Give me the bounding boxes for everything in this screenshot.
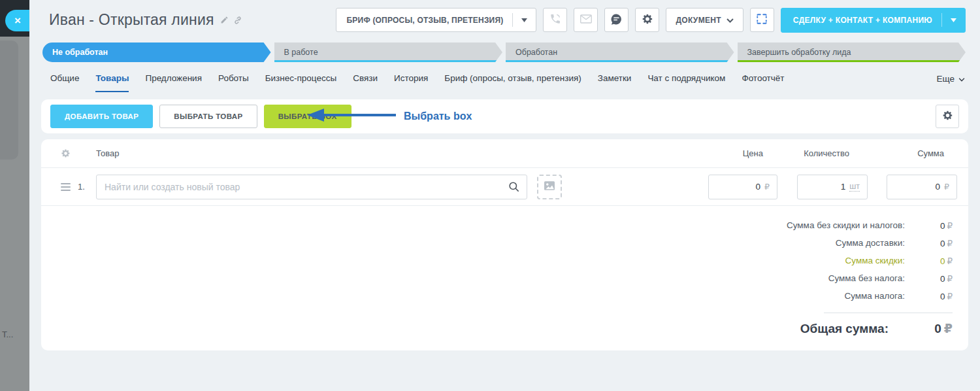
product-image-placeholder[interactable]: [537, 175, 562, 199]
tab-bar: Общие Товары Предложения Роботы Бизнес-п…: [29, 65, 980, 92]
document-button[interactable]: ДОКУМЕНТ: [666, 8, 743, 32]
table-header-row: Товар Цена Количество Сумма: [41, 139, 968, 168]
header-actions: БРИФ (ОПРОСЫ, ОТЗЫВ, ПРЕТЕНЗИЯ): [336, 8, 966, 33]
summary-row: Сумма без налога: 0₽: [41, 269, 968, 287]
summary-row-discount: Сумма скидки: 0₽: [41, 252, 968, 269]
email-button[interactable]: [574, 8, 598, 32]
col-sum: Сумма: [887, 148, 957, 158]
chevron-down-icon: [958, 74, 965, 84]
product-row: 1. 0 ₽ 1 шт: [41, 168, 968, 206]
add-product-button[interactable]: ДОБАВИТЬ ТОВАР: [50, 105, 153, 128]
create-caret-icon[interactable]: [942, 18, 965, 22]
select-box-button[interactable]: ВЫБРАТЬ BOX: [264, 105, 351, 128]
price-unit: ₽: [764, 182, 770, 192]
lead-stage-bar: Не обработан В работе Обработан Завершит…: [29, 42, 980, 62]
tab-notes[interactable]: Заметки: [598, 65, 632, 92]
tab-photo-report[interactable]: Фотоотчёт: [742, 65, 784, 92]
expand-corners-icon: [756, 13, 768, 27]
stage-finish[interactable]: Завершить обработку лида: [738, 42, 966, 62]
page-title: Иван - Открытая линия: [49, 11, 214, 29]
phone-icon: [549, 13, 561, 27]
tab-general[interactable]: Общие: [50, 65, 79, 92]
select-product-button[interactable]: ВЫБРАТЬ ТОВАР: [159, 105, 257, 128]
call-button[interactable]: [543, 8, 567, 32]
tab-robots[interactable]: Роботы: [218, 65, 249, 92]
lead-slider-panel: Иван - Открытая линия БРИФ (ОПРОСЫ, ОТЗЫ…: [29, 0, 980, 391]
panel-header: Иван - Открытая линия БРИФ (ОПРОСЫ, ОТЗЫ…: [29, 0, 980, 37]
tab-business-processes[interactable]: Бизнес-процессы: [265, 65, 336, 92]
tab-links[interactable]: Связи: [353, 65, 378, 92]
col-price: Цена: [708, 148, 777, 158]
summary-row: Сумма доставки: 0₽: [41, 234, 968, 252]
edit-title-icon[interactable]: [220, 16, 229, 25]
gear-icon: [942, 110, 953, 123]
tab-history[interactable]: История: [394, 65, 428, 92]
chat-bubble-icon: [610, 13, 623, 27]
settings-button[interactable]: [635, 8, 659, 32]
annotation-text: Выбрать box: [404, 110, 472, 122]
chevron-down-icon: [727, 16, 734, 25]
stage-processed[interactable]: Обработан: [506, 42, 734, 62]
columns-gear-icon[interactable]: [53, 148, 78, 158]
copy-link-icon[interactable]: [233, 16, 242, 25]
products-toolbar: ДОБАВИТЬ ТОВАР ВЫБРАТЬ ТОВАР ВЫБРАТЬ BOX…: [41, 99, 968, 133]
total-separator: [824, 313, 953, 313]
search-icon[interactable]: [508, 180, 520, 196]
tab-products[interactable]: Товары: [95, 65, 129, 92]
stage-in-progress[interactable]: В работе: [274, 42, 503, 62]
tab-contractor-chat[interactable]: Чат с подрядчиком: [647, 65, 725, 92]
col-quantity: Количество: [797, 148, 868, 158]
grand-total-value: 0₽: [889, 321, 953, 336]
summary-row: Сумма налога: 0₽: [41, 287, 968, 305]
product-search-input[interactable]: [96, 175, 527, 199]
row-index: 1.: [78, 182, 96, 192]
grand-total-row: Общая сумма: 0₽: [41, 321, 968, 336]
brief-button[interactable]: БРИФ (ОПРОСЫ, ОТЗЫВ, ПРЕТЕНЗИЯ): [336, 8, 537, 32]
tab-more[interactable]: Еще: [937, 74, 965, 84]
tab-offers[interactable]: Предложения: [145, 65, 202, 92]
sum-input[interactable]: 0 ₽: [887, 175, 957, 199]
totals-summary: Сумма без скидки и налогов: 0₽ Сумма дос…: [41, 216, 968, 336]
stage-not-processed[interactable]: Не обработан: [42, 42, 271, 62]
chat-button[interactable]: [604, 8, 629, 32]
table-settings-button[interactable]: [936, 105, 959, 128]
brief-caret-icon[interactable]: [513, 18, 536, 22]
products-table: Товар Цена Количество Сумма 1.: [41, 139, 968, 350]
gear-icon: [642, 13, 653, 27]
quantity-unit[interactable]: шт: [849, 182, 860, 192]
sum-unit: ₽: [944, 182, 949, 192]
image-icon: [544, 181, 555, 193]
summary-row: Сумма без скидки и налогов: 0₽: [41, 216, 968, 234]
backdrop-overlay: Т...: [0, 0, 29, 391]
quantity-input[interactable]: 1 шт: [797, 175, 868, 199]
price-input[interactable]: 0 ₽: [708, 175, 777, 199]
backdrop-partial-text: Т...: [2, 330, 13, 339]
envelope-icon: [580, 14, 592, 26]
drag-handle-icon[interactable]: [61, 183, 71, 191]
tab-brief[interactable]: Бриф (опросы, отзыв, претензия): [444, 65, 581, 92]
grand-total-label: Общая сумма:: [800, 322, 889, 336]
create-deal-button[interactable]: СДЕЛКУ + КОНТАКТ + КОМПАНИЮ: [781, 8, 966, 33]
col-product: Товар: [96, 148, 527, 158]
fullscreen-button[interactable]: [750, 8, 774, 32]
backdrop-menu: [0, 41, 18, 160]
